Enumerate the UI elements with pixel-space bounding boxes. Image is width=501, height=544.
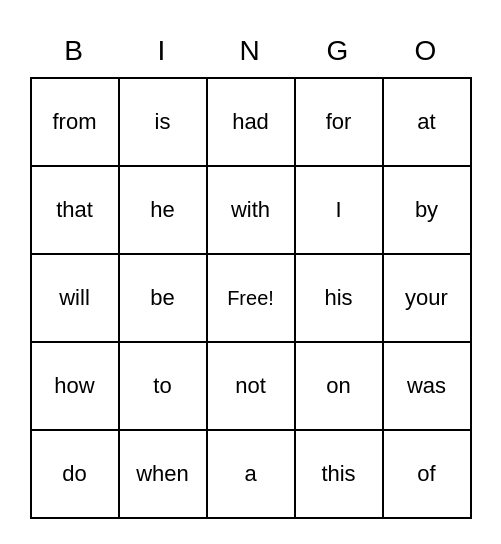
bingo-cell-2-3: his <box>296 255 384 343</box>
bingo-row-4: dowhenathisof <box>32 431 472 519</box>
bingo-cell-0-4: at <box>384 79 472 167</box>
bingo-cell-2-4: your <box>384 255 472 343</box>
header-letter-b: B <box>30 25 118 77</box>
bingo-cell-4-3: this <box>296 431 384 519</box>
bingo-cell-2-2: Free! <box>208 255 296 343</box>
bingo-cell-0-2: had <box>208 79 296 167</box>
header-letter-i: I <box>118 25 206 77</box>
bingo-cell-1-3: I <box>296 167 384 255</box>
bingo-cell-0-0: from <box>32 79 120 167</box>
bingo-cell-1-4: by <box>384 167 472 255</box>
bingo-cell-3-4: was <box>384 343 472 431</box>
bingo-header: BINGO <box>30 25 472 77</box>
bingo-cell-4-0: do <box>32 431 120 519</box>
bingo-cell-3-3: on <box>296 343 384 431</box>
header-letter-o: O <box>382 25 470 77</box>
bingo-cell-0-1: is <box>120 79 208 167</box>
bingo-cell-1-0: that <box>32 167 120 255</box>
bingo-cell-1-1: he <box>120 167 208 255</box>
bingo-card: BINGO fromishadforatthathewithIbywillbeF… <box>30 25 472 519</box>
bingo-cell-4-4: of <box>384 431 472 519</box>
bingo-cell-2-0: will <box>32 255 120 343</box>
bingo-cell-1-2: with <box>208 167 296 255</box>
bingo-cell-3-0: how <box>32 343 120 431</box>
bingo-grid: fromishadforatthathewithIbywillbeFree!hi… <box>30 77 472 519</box>
bingo-row-0: fromishadforat <box>32 79 472 167</box>
bingo-row-3: howtonotonwas <box>32 343 472 431</box>
header-letter-g: G <box>294 25 382 77</box>
bingo-cell-2-1: be <box>120 255 208 343</box>
bingo-cell-3-1: to <box>120 343 208 431</box>
header-letter-n: N <box>206 25 294 77</box>
bingo-cell-0-3: for <box>296 79 384 167</box>
bingo-row-2: willbeFree!hisyour <box>32 255 472 343</box>
bingo-cell-4-1: when <box>120 431 208 519</box>
bingo-cell-3-2: not <box>208 343 296 431</box>
bingo-row-1: thathewithIby <box>32 167 472 255</box>
bingo-cell-4-2: a <box>208 431 296 519</box>
